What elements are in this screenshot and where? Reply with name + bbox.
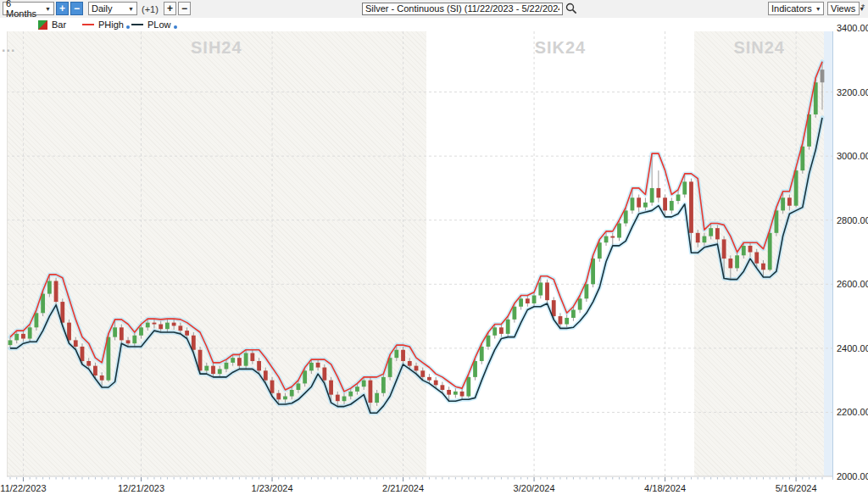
zoom-out-button[interactable]: − xyxy=(70,2,83,15)
indicator-marker-dot[interactable] xyxy=(174,25,177,29)
candle-body xyxy=(192,336,196,350)
candle-body xyxy=(381,377,386,393)
period-select-label: Daily xyxy=(92,3,112,14)
candle-body xyxy=(86,361,91,366)
y-tick-label: 2200.00 xyxy=(837,407,868,417)
plow-line-icon xyxy=(131,24,143,25)
candle-body xyxy=(348,392,353,397)
candle-body xyxy=(369,381,373,403)
candle-body xyxy=(559,316,563,324)
y-tick-label: 2600.00 xyxy=(837,279,868,289)
candle-body xyxy=(106,337,110,381)
candle-body xyxy=(545,282,549,300)
candle-body xyxy=(204,366,209,371)
period-adjust-label: (+1) xyxy=(142,4,159,14)
range-select[interactable]: 6 Months ▼ xyxy=(3,2,54,15)
indicator-marker-dot[interactable] xyxy=(126,25,130,29)
x-tick-label: 3/20/2024 xyxy=(504,483,564,493)
indicators-dropdown[interactable]: Indicators ▼ xyxy=(768,2,824,15)
chart-plot-area[interactable]: SIH24SIK24SIN24 ... 3400.003200.003000.0… xyxy=(0,31,868,495)
candle-body xyxy=(67,323,71,341)
legend-bar: Bar PHigh PLow xyxy=(0,18,868,31)
candle-body xyxy=(722,239,726,259)
candle-body xyxy=(643,203,648,208)
candle-body xyxy=(532,296,537,303)
candlestick-chart xyxy=(0,31,868,495)
candle-body xyxy=(120,327,124,340)
candle-body xyxy=(81,347,85,361)
bar-swatch-icon xyxy=(38,20,47,30)
candle-body xyxy=(394,350,398,358)
y-tick-label: 3200.00 xyxy=(837,87,868,97)
x-tick-label: 2/21/2024 xyxy=(374,483,433,493)
candle-body xyxy=(663,197,667,210)
add-bar-button[interactable]: + xyxy=(164,2,176,15)
candle-body xyxy=(526,298,530,303)
candle-body xyxy=(604,236,609,243)
candle-body xyxy=(132,336,136,343)
candle-body xyxy=(54,281,58,303)
candle-body xyxy=(631,197,635,210)
candle-body xyxy=(153,323,157,325)
candle-body xyxy=(420,370,425,377)
candle-body xyxy=(290,390,294,397)
candle-body xyxy=(473,361,477,377)
candle-body xyxy=(506,320,510,334)
top-toolbar: 6 Months ▼ + − Daily ▼ (+1) + − Indicato… xyxy=(0,0,868,19)
zoom-in-button[interactable]: + xyxy=(56,2,69,15)
candle-body xyxy=(218,369,222,374)
views-dropdown-label: Views xyxy=(831,3,855,14)
candle-body xyxy=(441,385,445,390)
candle-body xyxy=(257,361,261,370)
candle-body xyxy=(139,327,143,335)
candle-body xyxy=(146,323,150,328)
candle-body xyxy=(21,334,25,339)
candle-body xyxy=(761,264,765,270)
candle-body xyxy=(703,236,707,243)
y-tick-label: 2000.00 xyxy=(837,471,868,481)
candle-body xyxy=(35,313,39,327)
candle-body xyxy=(781,197,785,210)
legend-item-bar[interactable]: Bar xyxy=(38,19,66,30)
candle-body xyxy=(598,242,602,259)
window-pin-mark[interactable]: * xyxy=(861,3,865,13)
candle-body xyxy=(565,318,569,325)
legend-item-plow[interactable]: PLow xyxy=(131,19,177,30)
candle-body xyxy=(728,259,732,268)
legend-item-phigh[interactable]: PHigh xyxy=(82,19,130,30)
search-icon[interactable] xyxy=(565,3,577,14)
candle-body xyxy=(571,310,576,318)
candle-body xyxy=(715,228,720,239)
views-dropdown[interactable]: Views ▼ xyxy=(827,2,860,15)
symbol-search-input[interactable] xyxy=(362,3,563,15)
chevron-down-icon: ▼ xyxy=(128,6,134,12)
candle-body xyxy=(270,381,275,393)
candle-body xyxy=(264,370,268,380)
candle-body xyxy=(682,181,687,194)
candle-body xyxy=(316,363,320,368)
candle-body xyxy=(47,281,52,294)
candle-body xyxy=(794,170,798,206)
candle-body xyxy=(624,210,628,223)
candle-body xyxy=(656,188,660,197)
candle-body xyxy=(768,233,772,270)
candle-body xyxy=(113,327,117,336)
remove-bar-button[interactable]: − xyxy=(178,2,191,15)
candle-body xyxy=(480,347,484,361)
candle-body xyxy=(322,368,326,381)
period-select[interactable]: Daily ▼ xyxy=(88,2,137,15)
candle-body xyxy=(696,233,700,242)
range-select-label: 6 Months xyxy=(6,0,42,19)
candle-body xyxy=(415,366,419,371)
candle-body xyxy=(408,361,412,366)
candle-body xyxy=(303,370,307,383)
y-tick-label: 2800.00 xyxy=(837,215,868,225)
candle-body xyxy=(244,353,248,366)
candle-body xyxy=(434,381,438,386)
candle-body xyxy=(185,331,189,336)
legend-label: PLow xyxy=(147,19,171,30)
chevron-down-icon: ▼ xyxy=(45,6,51,12)
candle-body xyxy=(466,377,470,397)
candle-body xyxy=(487,336,491,347)
candle-body xyxy=(538,282,542,295)
